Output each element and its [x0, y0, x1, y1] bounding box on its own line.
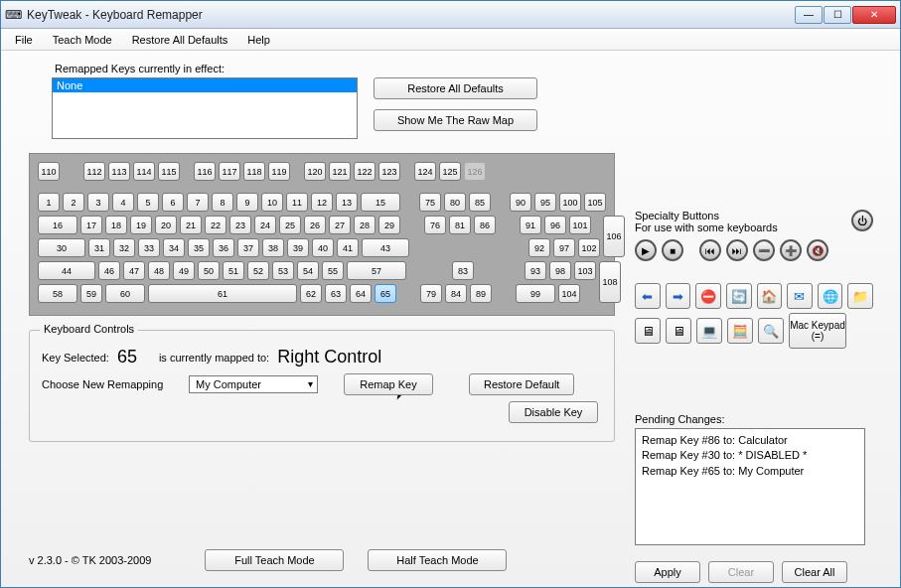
key[interactable]: 106 — [603, 216, 625, 257]
key[interactable]: 3 — [87, 193, 109, 212]
key[interactable]: 81 — [449, 216, 471, 234]
key[interactable]: 95 — [534, 193, 556, 212]
computer-icon[interactable]: 💻 — [696, 318, 722, 344]
key[interactable]: 34 — [163, 238, 185, 257]
key[interactable]: 122 — [354, 162, 375, 181]
key[interactable]: 46 — [98, 261, 120, 280]
mail-icon[interactable]: ✉ — [787, 283, 813, 309]
key[interactable]: 22 — [205, 216, 226, 234]
key[interactable]: 60 — [105, 284, 145, 303]
key[interactable]: 20 — [155, 216, 177, 234]
key[interactable]: 120 — [304, 162, 326, 181]
pending-changes-list[interactable]: Remap Key #86 to: Calculator Remap Key #… — [635, 428, 865, 545]
restore-all-defaults-button[interactable]: Restore All Defaults — [374, 77, 537, 99]
key[interactable]: 101 — [569, 216, 591, 234]
key[interactable]: 93 — [525, 261, 546, 280]
key[interactable]: 62 — [300, 284, 322, 303]
key[interactable]: 18 — [105, 216, 127, 234]
key[interactable]: 100 — [559, 193, 581, 212]
disable-key-button[interactable]: Disable Key — [509, 401, 598, 423]
key[interactable]: 110 — [38, 162, 60, 181]
key[interactable]: 32 — [113, 238, 135, 257]
key[interactable]: 28 — [354, 216, 375, 234]
key[interactable]: 90 — [510, 193, 531, 212]
remapped-keys-item-selected[interactable]: None — [53, 78, 357, 92]
key[interactable]: 55 — [322, 261, 344, 280]
key[interactable]: 57 — [347, 261, 406, 280]
key[interactable]: 80 — [444, 193, 466, 212]
power-icon[interactable]: ⏻ — [851, 210, 873, 231]
key[interactable]: 5 — [137, 193, 159, 212]
key[interactable]: 31 — [88, 238, 110, 257]
vol-up-icon[interactable]: ➕ — [780, 239, 802, 261]
key[interactable]: 16 — [38, 216, 77, 234]
maximize-button[interactable]: ☐ — [824, 6, 851, 24]
key[interactable]: 85 — [469, 193, 491, 212]
mac-keypad-button[interactable]: Mac Keypad (=) — [789, 313, 846, 349]
key[interactable]: 23 — [229, 216, 251, 234]
key[interactable]: 17 — [80, 216, 102, 234]
key[interactable]: 6 — [162, 193, 184, 212]
key[interactable]: 92 — [528, 238, 550, 257]
key[interactable]: 30 — [38, 238, 85, 257]
key[interactable]: 103 — [574, 261, 596, 280]
key[interactable]: 112 — [83, 162, 105, 181]
menu-restore-defaults[interactable]: Restore All Defaults — [124, 32, 236, 48]
key[interactable]: 21 — [180, 216, 202, 234]
full-teach-mode-button[interactable]: Full Teach Mode — [205, 549, 344, 571]
minimize-button[interactable]: — — [795, 6, 823, 24]
key[interactable]: 98 — [549, 261, 571, 280]
key[interactable]: 10 — [261, 193, 283, 212]
show-raw-map-button[interactable]: Show Me The Raw Map — [374, 109, 537, 131]
key[interactable]: 13 — [336, 193, 358, 212]
key[interactable]: 43 — [362, 238, 409, 257]
key[interactable]: 9 — [236, 193, 258, 212]
key[interactable]: 39 — [287, 238, 309, 257]
home-icon[interactable]: 🏠 — [757, 283, 783, 309]
apply-button[interactable]: Apply — [635, 561, 700, 583]
key[interactable]: 19 — [130, 216, 152, 234]
key-space[interactable]: 61 — [148, 284, 297, 303]
remapped-keys-list[interactable]: None — [52, 77, 358, 139]
key[interactable]: 121 — [329, 162, 351, 181]
key[interactable]: 4 — [112, 193, 134, 212]
key[interactable]: 27 — [329, 216, 351, 234]
remapping-select[interactable]: My Computer — [189, 375, 318, 393]
back-icon[interactable]: ⬅ — [635, 283, 661, 309]
key[interactable]: 114 — [133, 162, 155, 181]
key[interactable]: 84 — [445, 284, 467, 303]
folder-icon[interactable]: 📁 — [847, 283, 873, 309]
key[interactable]: 24 — [254, 216, 276, 234]
prev-icon[interactable]: ⏮ — [699, 239, 721, 261]
key[interactable]: 63 — [325, 284, 347, 303]
pending-item[interactable]: Remap Key #65 to: My Computer — [642, 464, 858, 479]
key[interactable]: 105 — [584, 193, 606, 212]
key[interactable]: 102 — [578, 238, 600, 257]
key[interactable]: 36 — [213, 238, 234, 257]
key[interactable]: 115 — [158, 162, 180, 181]
key[interactable]: 54 — [297, 261, 319, 280]
menu-help[interactable]: Help — [239, 32, 278, 48]
key[interactable]: 117 — [219, 162, 240, 181]
menu-file[interactable]: File — [7, 32, 41, 48]
monitor1-icon[interactable]: 🖥 — [635, 318, 661, 344]
play-icon[interactable]: ▶ — [635, 239, 657, 261]
next-icon[interactable]: ⏭ — [726, 239, 748, 261]
stop2-icon[interactable]: ⛔ — [695, 283, 721, 309]
pending-item[interactable]: Remap Key #30 to: * DISABLED * — [642, 448, 858, 463]
key[interactable]: 125 — [439, 162, 461, 181]
pending-item[interactable]: Remap Key #86 to: Calculator — [642, 433, 858, 448]
vol-down-icon[interactable]: ➖ — [753, 239, 775, 261]
stop-icon[interactable]: ■ — [662, 239, 683, 261]
search-icon[interactable]: 🔍 — [758, 318, 784, 344]
key[interactable]: 26 — [304, 216, 326, 234]
key[interactable]: 12 — [311, 193, 333, 212]
key[interactable]: 59 — [80, 284, 102, 303]
key[interactable]: 51 — [223, 261, 244, 280]
key[interactable]: 113 — [108, 162, 130, 181]
key[interactable]: 116 — [194, 162, 216, 181]
key[interactable]: 99 — [516, 284, 555, 303]
key[interactable]: 89 — [470, 284, 492, 303]
key[interactable]: 38 — [262, 238, 284, 257]
menu-teach-mode[interactable]: Teach Mode — [45, 32, 120, 48]
